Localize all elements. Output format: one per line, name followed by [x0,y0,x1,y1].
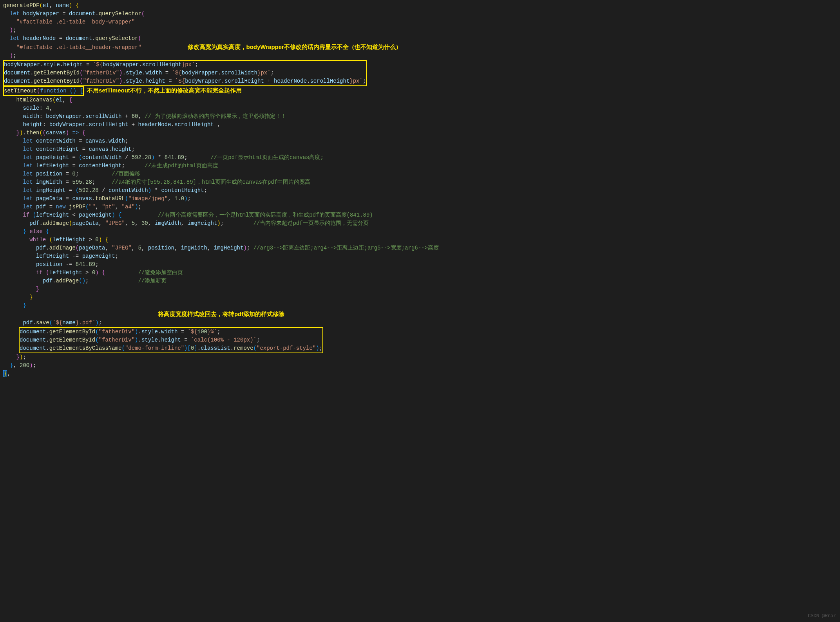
code-line: while (leftHeight > 0) { [0,236,840,244]
code-line: let pageHeight = (contentWidth / 592.28)… [0,154,840,162]
code-line: let imgWidth = 595.28; //a4纸的尺寸[595.28,8… [0,178,840,186]
code-line: if (leftHeight < pageHeight) { //有两个高度需要… [0,211,840,219]
code-line: let imgHeight = (592.28 / contentWidth) … [0,186,840,195]
code-line: let pdf = new jsPDF("", "pt", "a4"); [0,203,840,211]
code-line: pdf.addPage(); //添加新页 [0,277,840,285]
annotation-2: 不用setTimeout不行，不然上面的修改高宽不能完全起作用 [87,87,242,94]
code-line: generatePDF(el, name) { [0,2,840,10]
code-line: let pageData = canvas.toDataURL("image/j… [0,195,840,203]
annotation-1: 修改高宽为真实高度，bodyWrapper不修改的话内容显示不全（也不知道为什么… [188,43,402,50]
code-line: } else { [0,228,840,236]
code-line: document.getElementById("fatherDiv").sty… [20,336,322,344]
code-line: ); [0,52,840,60]
code-line: let headerNode = document.querySelector( [0,34,840,43]
code-line: } [0,293,840,302]
code-line: document.getElementById("fatherDiv").sty… [4,69,366,77]
code-line: bodyWrapper.style.height = `${bodyWrappe… [4,61,366,69]
code-line: }).then((canvas) => { [0,129,840,137]
code-line: document.getElementsByClassName("demo-fo… [20,344,322,353]
code-line: "#factTable .el-table__body-wrapper" [0,18,840,26]
code-line: if (leftHeight > 0) { //避免添加空白页 [0,269,840,277]
code-line: }, 200); [0,362,840,370]
code-line: let contentWidth = canvas.width; [0,137,840,145]
code-line: let position = 0; //页面偏移 [0,170,840,178]
code-line: "#factTable .el-table__header-wrapper" 修… [0,43,840,52]
code-line: html2canvas(el, { [0,96,840,104]
code-line: document.getElementById("fatherDiv").sty… [4,77,366,85]
highlight-box-2: setTimeout(function () { [3,86,84,96]
highlight-box-3: document.getElementById("fatherDiv").sty… [19,327,323,353]
code-line: }); [0,353,840,362]
code-line: let leftHeight = contentHeight; //未生成pdf… [0,162,840,170]
code-line: 将高度宽度样式改回去，将转pdf添加的样式移除 [0,310,840,319]
code-line: document.getElementById("fatherDiv").sty… [20,328,322,336]
code-line: ); [0,26,840,34]
annotation-3: 将高度宽度样式改回去，将转pdf添加的样式移除 [158,311,284,317]
code-line: pdf.save(`${name}.pdf`); [0,319,840,327]
code-line: } [0,285,840,293]
code-editor[interactable]: generatePDF(el, name) { let bodyWrapper … [0,2,840,378]
code-line: width: bodyWrapper.scrollWidth + 60, // … [0,112,840,121]
code-line: position -= 841.89; [0,260,840,269]
code-line: scale: 4, [0,104,840,112]
code-line: }, [0,370,840,378]
code-line: height: bodyWrapper.scrollHeight + heade… [0,121,840,129]
code-line: leftHeight -= pageHeight; [0,252,840,260]
code-line: } [0,302,840,310]
code-line: let contentHeight = canvas.height; [0,145,840,154]
code-line: pdf.addImage(pageData, "JPEG", 5, 30, im… [0,219,840,228]
code-line: pdf.addImage(pageData, "JPEG", 5, positi… [0,244,840,252]
highlight-box-1: bodyWrapper.style.height = `${bodyWrappe… [3,60,367,86]
code-line: let bodyWrapper = document.querySelector… [0,10,840,18]
